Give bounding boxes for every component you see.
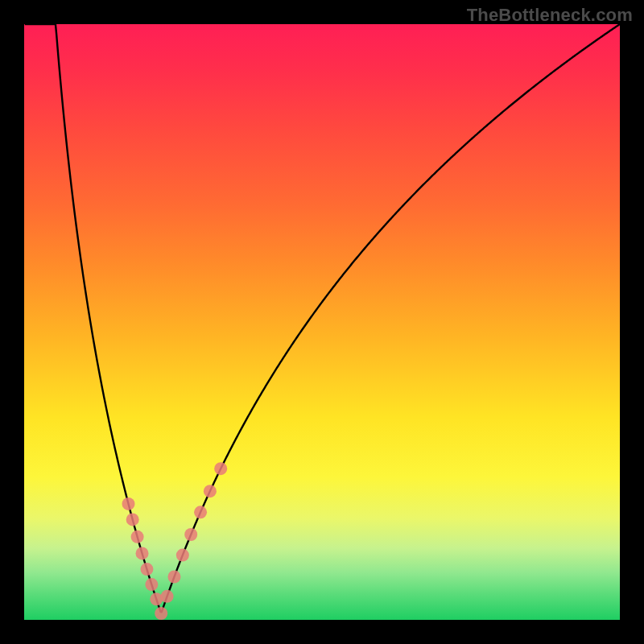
curve-bead xyxy=(214,462,227,475)
curve-bead xyxy=(131,530,144,543)
curve-bead xyxy=(194,506,207,518)
watermark-text: TheBottleneck.com xyxy=(467,5,633,26)
v-curve-path xyxy=(25,24,620,612)
plot-area xyxy=(24,24,620,620)
curve-bead xyxy=(136,547,149,559)
curve-bead xyxy=(126,513,139,526)
curve-bead xyxy=(140,563,153,576)
curve-bead xyxy=(122,497,135,510)
chart-frame: TheBottleneck.com xyxy=(0,0,644,644)
curve-bead xyxy=(184,528,197,541)
curve-layer xyxy=(24,24,620,620)
curve-bead xyxy=(145,578,158,591)
curve-bead xyxy=(161,590,174,603)
curve-bead xyxy=(167,571,180,584)
curve-bead xyxy=(204,485,217,497)
curve-bead xyxy=(176,549,189,562)
bead-group xyxy=(122,462,228,620)
curve-bead xyxy=(155,607,167,620)
